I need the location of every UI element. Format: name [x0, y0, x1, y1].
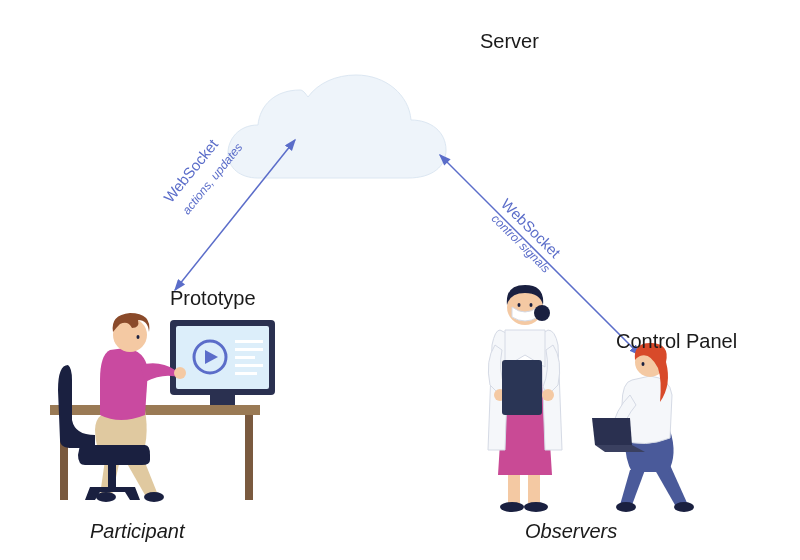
clipboard-icon: [502, 360, 542, 415]
svg-point-22: [494, 389, 506, 401]
svg-point-14: [174, 367, 186, 379]
svg-point-23: [542, 389, 554, 401]
svg-rect-2: [245, 415, 253, 500]
svg-point-29: [674, 502, 694, 512]
svg-rect-7: [235, 340, 263, 343]
prototype-label: Prototype: [170, 287, 256, 310]
svg-point-20: [500, 502, 524, 512]
svg-point-26: [518, 303, 521, 307]
svg-point-28: [616, 502, 636, 512]
participant-illustration: [50, 313, 275, 502]
svg-rect-8: [235, 348, 263, 351]
svg-point-16: [137, 335, 140, 339]
diagram-canvas: [0, 0, 800, 560]
svg-rect-18: [508, 475, 520, 505]
svg-rect-9: [235, 356, 255, 359]
monitor-icon: [170, 320, 275, 405]
svg-point-25: [534, 305, 550, 321]
observers-illustration: [488, 285, 694, 512]
svg-rect-0: [50, 405, 260, 415]
server-label: Server: [480, 30, 539, 53]
svg-rect-11: [235, 372, 257, 375]
person-participant: [95, 313, 186, 502]
participant-label: Participant: [90, 520, 185, 543]
svg-rect-17: [108, 465, 116, 487]
observers-label: Observers: [525, 520, 617, 543]
svg-point-6: [194, 341, 226, 373]
svg-point-27: [530, 303, 533, 307]
svg-point-12: [96, 492, 116, 502]
svg-point-13: [144, 492, 164, 502]
svg-rect-3: [170, 320, 275, 395]
chair-icon: [58, 365, 150, 500]
svg-rect-19: [528, 475, 540, 505]
svg-point-30: [611, 429, 621, 439]
svg-rect-10: [235, 364, 263, 367]
laptop-icon: [592, 418, 645, 452]
control-panel-label: Control Panel: [616, 330, 737, 353]
svg-rect-1: [60, 415, 68, 500]
person-observer-standing: [488, 285, 562, 512]
svg-point-15: [113, 318, 147, 352]
svg-point-32: [642, 362, 645, 366]
svg-point-21: [524, 502, 548, 512]
svg-rect-5: [210, 395, 235, 405]
person-observer-seated: [592, 343, 694, 512]
svg-rect-4: [176, 326, 269, 389]
svg-point-24: [507, 289, 543, 325]
cloud-icon: [228, 75, 446, 178]
